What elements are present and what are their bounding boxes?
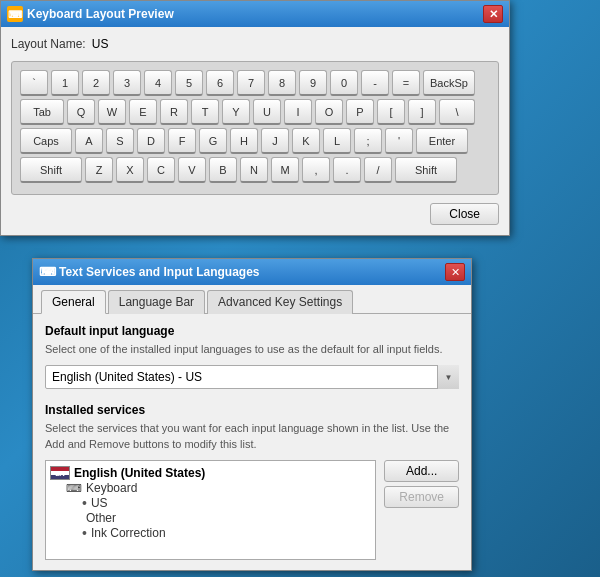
key-c[interactable]: C xyxy=(147,157,175,183)
remove-button[interactable]: Remove xyxy=(384,486,459,508)
key-j[interactable]: J xyxy=(261,128,289,154)
layout-name-label: Layout Name: xyxy=(11,37,86,51)
services-listbox[interactable]: EN English (United States) ⌨ Keyboard • … xyxy=(45,460,376,560)
keyboard-layout-window: ⌨ Keyboard Layout Preview ✕ Layout Name:… xyxy=(0,0,510,236)
ts-window-title: Text Services and Input Languages xyxy=(59,265,260,279)
key-0[interactable]: 0 xyxy=(330,70,358,96)
key-w[interactable]: W xyxy=(98,99,126,125)
key-rbracket[interactable]: ] xyxy=(408,99,436,125)
key-1[interactable]: 1 xyxy=(51,70,79,96)
key-backtick[interactable]: ` xyxy=(20,70,48,96)
bullet-us: • xyxy=(82,495,87,511)
key-lbracket[interactable]: [ xyxy=(377,99,405,125)
key-b[interactable]: B xyxy=(209,157,237,183)
keyboard-window-icon: ⌨ xyxy=(7,6,23,22)
keyboard-row-4: Shift Z X C V B N M , . / Shift xyxy=(20,157,490,183)
key-n[interactable]: N xyxy=(240,157,268,183)
tree-keyboard-item: ⌨ Keyboard xyxy=(50,481,371,495)
key-shift-right[interactable]: Shift xyxy=(395,157,457,183)
key-k[interactable]: K xyxy=(292,128,320,154)
key-comma[interactable]: , xyxy=(302,157,330,183)
key-p[interactable]: P xyxy=(346,99,374,125)
key-l[interactable]: L xyxy=(323,128,351,154)
key-9[interactable]: 9 xyxy=(299,70,327,96)
key-8[interactable]: 8 xyxy=(268,70,296,96)
services-list-column: EN English (United States) ⌨ Keyboard • … xyxy=(45,460,376,560)
key-apostrophe[interactable]: ' xyxy=(385,128,413,154)
key-u[interactable]: U xyxy=(253,99,281,125)
key-period[interactable]: . xyxy=(333,157,361,183)
ts-close-button[interactable]: ✕ xyxy=(445,263,465,281)
key-e[interactable]: E xyxy=(129,99,157,125)
key-a[interactable]: A xyxy=(75,128,103,154)
tree-ink-item: • Ink Correction xyxy=(50,525,371,541)
keyboard-window-controls: ✕ xyxy=(483,5,503,23)
keyboard-close-row: Close xyxy=(11,203,499,225)
key-y[interactable]: Y xyxy=(222,99,250,125)
installed-services-title: Installed services xyxy=(45,403,459,417)
tab-advanced-key-settings[interactable]: Advanced Key Settings xyxy=(207,290,353,314)
layout-name-row: Layout Name: US xyxy=(11,37,499,51)
bullet-ink: • xyxy=(82,525,87,541)
key-5[interactable]: 5 xyxy=(175,70,203,96)
ts-titlebar: ⌨ Text Services and Input Languages ✕ xyxy=(33,259,471,285)
key-caps[interactable]: Caps xyxy=(20,128,72,154)
tree-us-item: • US xyxy=(50,495,371,511)
key-6[interactable]: 6 xyxy=(206,70,234,96)
key-4[interactable]: 4 xyxy=(144,70,172,96)
key-t[interactable]: T xyxy=(191,99,219,125)
ts-titlebar-left: ⌨ Text Services and Input Languages xyxy=(39,264,260,280)
keyboard-close-btn[interactable]: Close xyxy=(430,203,499,225)
default-input-title: Default input language xyxy=(45,324,459,338)
ink-correction-label: Ink Correction xyxy=(91,526,166,540)
key-backslash[interactable]: \ xyxy=(439,99,475,125)
keyboard-icon-small: ⌨ xyxy=(66,482,82,495)
key-semicolon[interactable]: ; xyxy=(354,128,382,154)
add-button[interactable]: Add... xyxy=(384,460,459,482)
key-3[interactable]: 3 xyxy=(113,70,141,96)
keyboard-titlebar: ⌨ Keyboard Layout Preview ✕ xyxy=(1,1,509,27)
key-g[interactable]: G xyxy=(199,128,227,154)
ts-window-controls: ✕ xyxy=(445,263,465,281)
keyboard-window-title: Keyboard Layout Preview xyxy=(27,7,174,21)
key-x[interactable]: X xyxy=(116,157,144,183)
key-f[interactable]: F xyxy=(168,128,196,154)
tab-language-bar[interactable]: Language Bar xyxy=(108,290,205,314)
key-enter[interactable]: Enter xyxy=(416,128,468,154)
services-layout: EN English (United States) ⌨ Keyboard • … xyxy=(45,460,459,560)
keyboard-row-1: ` 1 2 3 4 5 6 7 8 9 0 - = BackSp xyxy=(20,70,490,96)
default-input-desc: Select one of the installed input langua… xyxy=(45,342,459,357)
key-minus[interactable]: - xyxy=(361,70,389,96)
us-label: US xyxy=(91,496,108,510)
us-flag-icon: EN xyxy=(50,466,70,480)
key-shift-left[interactable]: Shift xyxy=(20,157,82,183)
keyboard-window-body: Layout Name: US ` 1 2 3 4 5 6 7 8 9 0 - … xyxy=(1,27,509,235)
default-input-dropdown-container: English (United States) - US ▼ xyxy=(45,365,459,389)
tabs-bar: General Language Bar Advanced Key Settin… xyxy=(33,285,471,314)
key-tab[interactable]: Tab xyxy=(20,99,64,125)
key-i[interactable]: I xyxy=(284,99,312,125)
other-label: Other xyxy=(66,511,116,525)
key-o[interactable]: O xyxy=(315,99,343,125)
key-m[interactable]: M xyxy=(271,157,299,183)
key-z[interactable]: Z xyxy=(85,157,113,183)
key-equals[interactable]: = xyxy=(392,70,420,96)
key-7[interactable]: 7 xyxy=(237,70,265,96)
keyboard-titlebar-left: ⌨ Keyboard Layout Preview xyxy=(7,6,174,22)
key-v[interactable]: V xyxy=(178,157,206,183)
keyboard-container: ` 1 2 3 4 5 6 7 8 9 0 - = BackSp Tab Q W… xyxy=(11,61,499,195)
key-d[interactable]: D xyxy=(137,128,165,154)
key-h[interactable]: H xyxy=(230,128,258,154)
key-2[interactable]: 2 xyxy=(82,70,110,96)
key-q[interactable]: Q xyxy=(67,99,95,125)
key-s[interactable]: S xyxy=(106,128,134,154)
key-backspace[interactable]: BackSp xyxy=(423,70,475,96)
tab-general[interactable]: General xyxy=(41,290,106,314)
default-input-dropdown[interactable]: English (United States) - US xyxy=(45,365,459,389)
key-r[interactable]: R xyxy=(160,99,188,125)
key-slash[interactable]: / xyxy=(364,157,392,183)
keyboard-close-button[interactable]: ✕ xyxy=(483,5,503,23)
ts-window-icon: ⌨ xyxy=(39,264,55,280)
tree-other-item: Other xyxy=(50,511,371,525)
installed-services-desc: Select the services that you want for ea… xyxy=(45,421,459,452)
